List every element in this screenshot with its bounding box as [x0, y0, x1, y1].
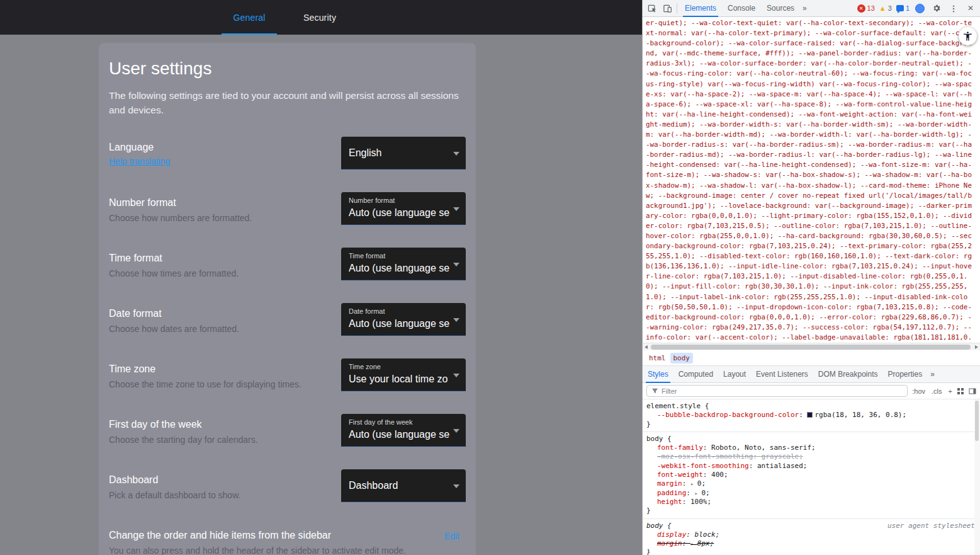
tab-layout[interactable]: Layout: [718, 366, 751, 383]
css-property-value: 0;: [701, 489, 709, 497]
time-format-dropdown[interactable]: Time formatAuto (use language se: [341, 248, 466, 280]
number-format-dropdown[interactable]: Number formatAuto (use language se: [341, 192, 466, 225]
new-style-rule-button[interactable]: +: [949, 387, 952, 395]
filter-placeholder: Filter: [662, 387, 677, 395]
styles-pane-tabs: StylesComputedLayoutEvent ListenersDOM B…: [643, 366, 980, 383]
setting-label: Change the order and hide items from the…: [109, 529, 406, 542]
accessibility-overlay-icon[interactable]: [959, 27, 977, 45]
elements-tree-view[interactable]: er-quiet); --wa-color-text-quiet: var(--…: [643, 17, 980, 343]
color-swatch[interactable]: [807, 412, 813, 418]
css-property-name: font-weight: [657, 471, 703, 479]
css-text-line: radius-3xl); --wa-color-surface-border: …: [646, 59, 980, 69]
css-property-name: -moz-osx-font-smoothing: [657, 452, 753, 461]
warning-icon: ▲: [879, 5, 886, 12]
setting-info: Date formatChoose how dates are formatte…: [109, 303, 239, 335]
kebab-menu-icon[interactable]: ⋮: [946, 1, 961, 16]
setting-label: First day of the week: [109, 418, 258, 432]
css-declaration[interactable]: -moz-osx-font-smoothing: grayscale;: [646, 452, 976, 461]
help-translating-link[interactable]: Help translating: [109, 156, 170, 166]
settings-gear-icon[interactable]: [929, 1, 944, 16]
css-declaration[interactable]: font-weight: 400;: [646, 471, 976, 479]
style-filter-input[interactable]: Filter: [646, 385, 908, 397]
css-text-line: hover-color: rgba(255,0,0,1.0); --ha-car…: [646, 231, 980, 241]
horizontal-scrollbar[interactable]: [643, 343, 980, 350]
css-text-line: info-color: var(--accent-color); --label…: [646, 333, 980, 343]
css-text-line: r-line-color: rgba(7,103,215,1.0); --inp…: [646, 272, 980, 282]
style-rules-list[interactable]: element.style {--bubble-backdrop-backgro…: [643, 399, 980, 555]
scroll-left-icon[interactable]: [645, 345, 648, 349]
app-header: General Security: [0, 0, 642, 35]
css-text-line: -background-color); --wa-color-surface-r…: [646, 38, 980, 49]
css-declaration[interactable]: margin: ▸ 8px;: [646, 539, 976, 548]
toggle-element-state-button[interactable]: :hov: [912, 387, 925, 395]
css-declaration[interactable]: padding: ▸ 0;: [646, 489, 976, 498]
language-dropdown[interactable]: English: [341, 137, 466, 169]
tab-elements[interactable]: Elements: [679, 0, 722, 17]
expand-arrow-icon[interactable]: ▸: [690, 481, 697, 487]
css-property-value: 8px;: [697, 539, 714, 547]
css-declaration[interactable]: --bubble-backdrop-background-color: rgba…: [646, 411, 976, 420]
close-devtools-icon[interactable]: ✕: [963, 1, 978, 16]
css-declaration[interactable]: display: block;: [646, 530, 976, 539]
tab-computed[interactable]: Computed: [673, 366, 718, 383]
setting-description: Choose how dates are formatted.: [109, 323, 239, 335]
tab-styles[interactable]: Styles: [643, 366, 673, 383]
css-text-line: ackground1.jpg'); --lovelace-background:…: [646, 201, 980, 211]
expand-arrow-icon[interactable]: ▸: [695, 490, 702, 496]
css-text-line: nd, var(--mdc-theme-surface, #fff)); --w…: [646, 49, 980, 59]
settings-row: Number formatChoose how numbers are form…: [109, 192, 466, 248]
css-property-name: font-family: [657, 443, 703, 452]
styles-vertical-scrollbar[interactable]: [974, 399, 980, 555]
css-text-line: -warning-color: rgba(249,217,35,0.7); --…: [646, 323, 980, 333]
setting-description: Choose the starting day for calendars.: [109, 433, 258, 446]
settings-app-window: General Security User settings The follo…: [0, 0, 642, 555]
error-badge[interactable]: ✕ 13: [856, 4, 876, 13]
tab-security[interactable]: Security: [284, 0, 355, 35]
css-property-name: padding: [657, 489, 686, 497]
tab-console[interactable]: Console: [722, 0, 761, 17]
dashboard-dropdown[interactable]: Dashboard: [341, 469, 466, 502]
tab-general[interactable]: General: [214, 0, 284, 35]
close-brace: }: [646, 548, 976, 555]
styles-scrollbar-thumb[interactable]: [975, 401, 979, 441]
expand-arrow-icon[interactable]: ▸: [690, 541, 697, 547]
css-property-value: rgba(18, 18, 36, 0.8);: [814, 411, 906, 419]
filter-funnel-icon: [651, 387, 658, 394]
css-text-line: us-ring-style) var(--wa-focus-ring-width…: [646, 79, 980, 89]
breadcrumb-html[interactable]: html: [646, 353, 669, 363]
css-declaration[interactable]: font-family: Roboto, Noto, sans-serif;: [646, 443, 976, 452]
setting-description: Pick a default dashboard to show.: [109, 489, 240, 501]
element-states-grid-icon[interactable]: [957, 387, 964, 395]
more-sidebar-tabs-icon[interactable]: »: [927, 370, 938, 379]
element-classes-button[interactable]: .cls: [932, 387, 942, 395]
first-day-of-the-week-dropdown[interactable]: First day of the weekAuto (use language …: [341, 414, 466, 447]
more-panels-icon[interactable]: »: [800, 4, 809, 13]
warning-badge[interactable]: ▲ 3: [878, 4, 893, 12]
device-toolbar-icon[interactable]: [660, 1, 675, 16]
tab-sources[interactable]: Sources: [761, 0, 800, 17]
computed-sidebar-toggle-icon[interactable]: [969, 387, 976, 395]
css-text-line: ht: var(--ha-line-height-condensed); --w…: [646, 110, 980, 120]
edit-sidebar-button[interactable]: Edit: [438, 527, 466, 545]
scrollbar-thumb[interactable]: [651, 345, 971, 350]
breadcrumb-body[interactable]: body: [670, 353, 694, 363]
css-declaration[interactable]: height: 100%;: [646, 498, 976, 506]
css-declaration[interactable]: margin: ▸ 0;: [646, 479, 976, 488]
css-property-name: margin: [657, 479, 682, 488]
issues-badge[interactable]: 1: [895, 4, 911, 12]
tab-properties[interactable]: Properties: [883, 366, 928, 383]
time-zone-dropdown[interactable]: Time zoneUse your local time zo: [341, 358, 466, 391]
inspect-element-icon[interactable]: [645, 1, 660, 16]
settings-row: Change the order and hide items from the…: [109, 525, 466, 555]
scroll-right-icon[interactable]: [975, 345, 978, 349]
css-text-line: ary-color: rgba(0,0,0,1.0); --light-prim…: [646, 211, 980, 221]
tab-event-listeners[interactable]: Event Listeners: [751, 366, 813, 383]
toolbar-divider: [677, 3, 677, 13]
settings-row: Date formatChoose how dates are formatte…: [109, 303, 466, 358]
date-format-dropdown[interactable]: Date formatAuto (use language se: [341, 303, 466, 336]
extension-icon[interactable]: [915, 4, 925, 13]
tab-dom-breakpoints[interactable]: DOM Breakpoints: [813, 366, 883, 383]
css-declaration[interactable]: -webkit-font-smoothing: antialiased;: [646, 462, 976, 471]
setting-label: Time format: [109, 251, 239, 265]
dropdown-arrow-icon: [453, 318, 459, 322]
